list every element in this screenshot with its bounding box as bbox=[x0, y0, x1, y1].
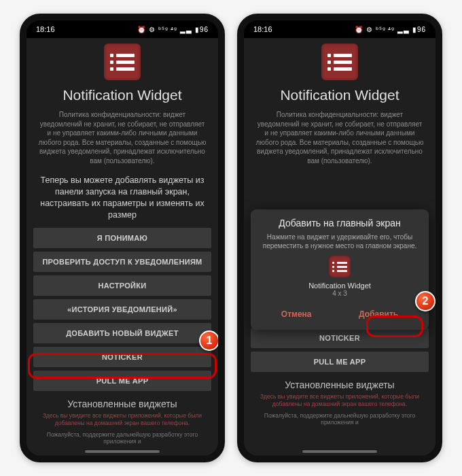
phone-left: 18:16 ⏰ ⚙ ᵇ⁵ᵍ ⁴ᵍ ▂▃ ▮96 Notification Wid… bbox=[20, 14, 225, 462]
app-icon bbox=[321, 44, 358, 80]
installed-hint: Здесь вы увидите все виджеты приложений,… bbox=[251, 393, 429, 411]
status-bar: 18:16 ⏰ ⚙ ᵇ⁵ᵍ ⁴ᵍ ▂▃ ▮96 bbox=[26, 20, 218, 38]
history-button[interactable]: «ИСТОРИЯ УВЕДОМЛЕНИЙ» bbox=[33, 299, 211, 320]
installed-title: Установленные виджеты bbox=[67, 398, 177, 409]
home-indicator[interactable] bbox=[85, 450, 160, 453]
status-bar: 18:16 ⏰ ⚙ ᵇ⁵ᵍ ⁴ᵍ ▂▃ ▮96 bbox=[244, 20, 436, 38]
installed-title: Установленные виджеты bbox=[285, 379, 394, 390]
bottom-note: Пожалуйста, поддержите дальнейшую разраб… bbox=[33, 430, 211, 445]
status-time: 18:16 bbox=[253, 25, 272, 33]
status-time: 18:16 bbox=[36, 25, 55, 33]
settings-button[interactable]: НАСТРОЙКИ bbox=[33, 275, 211, 296]
widget-preview-icon[interactable] bbox=[329, 256, 351, 277]
step-marker-2: 2 bbox=[415, 291, 436, 311]
add-widget-button[interactable]: ДОБАВИТЬ НОВЫЙ ВИДЖЕТ bbox=[33, 323, 211, 343]
screen-content: Notification Widget Политика конфиденциа… bbox=[244, 38, 436, 456]
privacy-text: Политика конфиденциальности: виджет увед… bbox=[251, 110, 429, 172]
noticker-button[interactable]: NOTICKER bbox=[33, 347, 211, 367]
pullme-button[interactable]: PULL ME APP bbox=[33, 371, 211, 391]
app-title: Notification Widget bbox=[63, 87, 181, 103]
home-indicator[interactable] bbox=[302, 450, 377, 453]
check-access-button[interactable]: ПРОВЕРИТЬ ДОСТУП К УВЕДОМЛЕНИЯМ bbox=[33, 252, 211, 272]
step-marker-1: 1 bbox=[199, 330, 218, 351]
dialog-subtitle: Нажмите на виджет и удерживайте его, что… bbox=[257, 233, 422, 250]
privacy-text: Политика конфиденциальности: виджет увед… bbox=[33, 110, 211, 172]
pullme-button[interactable]: PULL ME APP bbox=[251, 352, 429, 372]
widget-size: 4 x 3 bbox=[257, 290, 422, 297]
status-icons: ⏰ ⚙ ᵇ⁵ᵍ ⁴ᵍ ▂▃ ▮96 bbox=[355, 26, 426, 33]
app-title: Notification Widget bbox=[280, 87, 399, 103]
dialog-title: Добавить на главный экран bbox=[257, 218, 422, 228]
noticker-button[interactable]: NOTICKER bbox=[251, 328, 429, 348]
status-icons: ⏰ ⚙ ᵇ⁵ᵍ ⁴ᵍ ▂▃ ▮96 bbox=[137, 26, 209, 33]
cancel-button[interactable]: Отмена bbox=[273, 305, 320, 323]
confirm-add-button[interactable]: Добавить bbox=[351, 305, 406, 323]
screen-content: Notification Widget Политика конфиденциа… bbox=[26, 38, 218, 456]
tip-text: Теперь вы можете добавлять виджеты из па… bbox=[33, 172, 211, 228]
bottom-note: Пожалуйста, поддержите дальнейшую разраб… bbox=[251, 411, 429, 426]
add-widget-dialog: Добавить на главный экран Нажмите на вид… bbox=[251, 209, 429, 330]
app-icon bbox=[104, 44, 141, 80]
ok-button[interactable]: Я ПОНИМАЮ bbox=[33, 228, 211, 248]
widget-name: Notification Widget bbox=[257, 282, 422, 290]
phone-right: 18:16 ⏰ ⚙ ᵇ⁵ᵍ ⁴ᵍ ▂▃ ▮96 Notification Wid… bbox=[237, 14, 442, 462]
installed-hint: Здесь вы увидите все виджеты приложений,… bbox=[33, 412, 211, 430]
